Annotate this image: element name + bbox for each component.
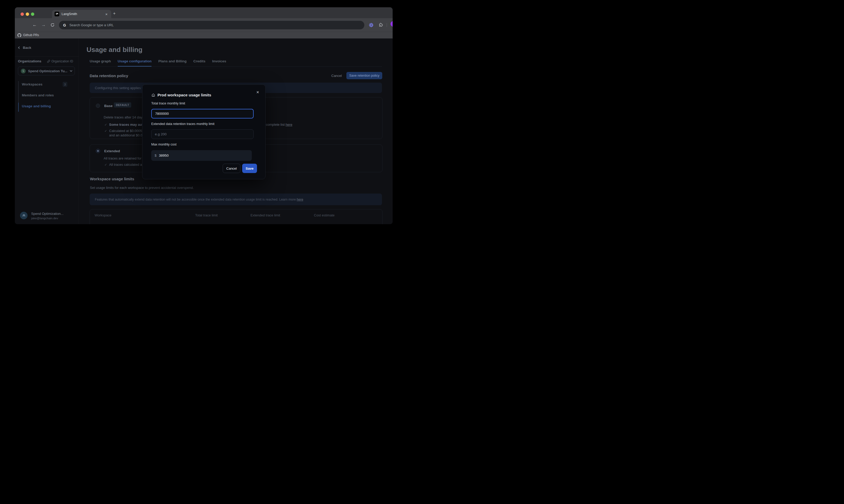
browser-toolbar: ← → G Search Google or type a URL	[15, 18, 393, 32]
base-check1-text: Some traces may auto	[109, 123, 145, 127]
organization-id-link[interactable]: Organization ID	[47, 59, 73, 63]
check-icon	[105, 163, 107, 166]
user-name: Spend Optimization...	[31, 212, 64, 216]
extensions-puzzle-icon[interactable]	[378, 23, 383, 27]
max-monthly-cost-label: Max monthly cost	[151, 143, 176, 146]
sidebar-item-workspaces[interactable]: Workspaces	[22, 82, 42, 86]
complete-list-text: complete list	[266, 123, 286, 127]
window-zoom-button[interactable]	[31, 13, 34, 16]
organization-id-label: Organization ID	[51, 59, 73, 63]
sidebar-item-usage-and-billing[interactable]: Usage and billing	[22, 104, 51, 108]
table-header-total-trace-limit: Total trace limit	[195, 213, 218, 217]
tab-invoices[interactable]: Invoices	[212, 59, 226, 67]
sidebar-item-members-and-roles[interactable]: Members and roles	[22, 93, 54, 97]
extension-spark-icon[interactable]	[369, 23, 374, 28]
max-monthly-cost-field[interactable]: $ 38950	[151, 150, 252, 161]
tab-credits[interactable]: Credits	[193, 59, 205, 67]
user-email: jake@langchain.dev	[31, 217, 64, 220]
window-minimize-button[interactable]	[26, 13, 29, 16]
org-avatar: S	[21, 69, 26, 73]
table-header-cost-estimate: Cost estimate	[314, 213, 335, 217]
org-selector-label: Spend Optimization Tu...	[28, 69, 68, 73]
save-retention-policy-button[interactable]: Save retention policy	[346, 72, 382, 79]
base-plan-name: Base	[104, 104, 112, 108]
modal-header: Prod workspace usage limits	[151, 93, 211, 97]
base-line1: Delete traces after 14 day	[104, 115, 142, 119]
check-icon	[105, 129, 107, 133]
extended-plan-name: Extended	[104, 149, 120, 153]
forward-button[interactable]: →	[41, 23, 46, 27]
sidebar-rail-active	[18, 103, 19, 112]
url-bar[interactable]: G Search Google or type a URL	[59, 21, 364, 29]
workspace-home-icon	[151, 93, 156, 97]
base-check2-line2: and an additional $0.0	[109, 133, 142, 137]
user-profile[interactable]: Spend Optimization... jake@langchain.dev	[20, 212, 64, 220]
tab-plans-and-billing[interactable]: Plans and Billing	[158, 59, 186, 67]
url-placeholder-text: Search Google or type a URL	[69, 23, 114, 27]
sidebar-rail	[18, 81, 19, 103]
total-trace-limit-input[interactable]	[151, 109, 254, 119]
retention-cancel-button[interactable]: Cancel	[331, 74, 342, 78]
workspace-limits-banner-text: Features that automatically extend data …	[95, 198, 303, 201]
link-icon	[47, 60, 50, 63]
workspace-limits-heading: Workspace usage limits	[90, 177, 134, 181]
extended-retention-limit-input[interactable]	[151, 129, 254, 139]
default-badge: DEFAULT	[114, 102, 131, 108]
back-button[interactable]: ←	[33, 23, 37, 27]
langsmith-favicon-icon	[55, 12, 59, 16]
window-close-button[interactable]	[20, 13, 24, 16]
chevron-down-icon	[70, 69, 72, 72]
organization-selector[interactable]: S Spend Optimization Tu...	[18, 67, 75, 75]
modal-save-button[interactable]: Save	[242, 164, 257, 173]
base-radio[interactable]	[96, 104, 100, 108]
table-header-extended-trace-limit: Extended trace limit	[251, 213, 280, 217]
tab-usage-graph[interactable]: Usage graph	[90, 59, 111, 67]
banner-text: Features that automatically extend data …	[95, 198, 297, 201]
workspace-limits-banner: Features that automatically extend data …	[90, 194, 382, 205]
browser-tab[interactable]: LangSmith	[52, 10, 111, 18]
workspace-limits-description: Set usage limits for each workspace to p…	[90, 186, 194, 190]
github-icon	[17, 33, 21, 37]
learn-more-here-link[interactable]: here	[297, 198, 303, 201]
workspace-limits-table: Workspace Total trace limit Extended tra…	[90, 209, 382, 224]
retention-banner-text: Configuring this setting applies t	[95, 86, 143, 90]
new-tab-button[interactable]	[113, 11, 115, 16]
check-icon	[105, 123, 107, 127]
screenshot-stage: LangSmith ← → G Search Google or type a …	[0, 0, 408, 244]
bookmarks-bar: Github PRs	[15, 32, 393, 38]
workspaces-count-badge: 3	[62, 82, 67, 87]
org-people-icon	[20, 212, 28, 219]
complete-list-here-link[interactable]: here	[286, 123, 292, 127]
base-check2-line1: Calculated at $0.0005	[109, 129, 142, 133]
extended-check1-text: All traces calculated a	[109, 163, 142, 166]
total-trace-limit-label: Total trace monthly limit	[151, 102, 185, 105]
tab-close-icon[interactable]	[104, 12, 109, 17]
extended-retention-limit-label: Extended data retention traces monthly l…	[151, 122, 214, 126]
reload-button[interactable]	[50, 23, 55, 27]
back-label: Back	[23, 46, 31, 50]
table-header-workspace: Workspace	[94, 213, 111, 217]
billing-tabs: Usage graph Usage configuration Plans an…	[90, 59, 382, 67]
sidebar-divider	[15, 56, 78, 57]
modal-close-icon[interactable]	[255, 89, 260, 96]
base-check1-right-fragment: complete list here	[266, 123, 292, 127]
extended-radio[interactable]	[96, 149, 100, 153]
toolbar-divider	[387, 23, 387, 27]
tab-strip: LangSmith	[15, 7, 393, 18]
google-g-icon: G	[63, 23, 66, 27]
workspace-usage-limits-modal: Prod workspace usage limits Total trace …	[142, 85, 266, 179]
back-link[interactable]: Back	[18, 46, 31, 50]
tab-title: LangSmith	[61, 12, 104, 16]
extended-line1: All traces are retained for	[104, 156, 141, 160]
chevron-left-icon	[18, 47, 21, 49]
page-title: Usage and billing	[87, 46, 142, 54]
dollar-prefix: $	[155, 154, 157, 158]
profile-avatar[interactable]: J	[391, 21, 393, 27]
retention-heading: Data retention policy	[90, 73, 128, 78]
bookmark-github-prs[interactable]: Github PRs	[23, 33, 39, 37]
tab-usage-configuration[interactable]: Usage configuration	[118, 59, 152, 67]
organizations-heading: Organizations	[18, 59, 41, 63]
max-monthly-cost-value: 38950	[159, 154, 169, 158]
modal-title: Prod workspace usage limits	[158, 93, 211, 97]
modal-cancel-button[interactable]: Cancel	[223, 164, 240, 173]
